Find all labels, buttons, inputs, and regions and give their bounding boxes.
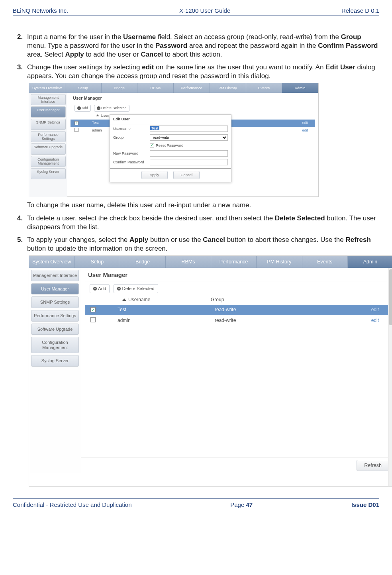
table-header: Username Group: [85, 295, 389, 305]
table-row[interactable]: ✓ Test read-write edit: [85, 305, 389, 315]
sidebar-item-sw-upgrade[interactable]: Software Upgrade: [31, 143, 66, 155]
row-checkbox[interactable]: ✓: [74, 121, 78, 125]
doc-footer-right: Issue D01: [351, 501, 379, 508]
sidebar-item-syslog[interactable]: Syslog Server: [31, 355, 79, 367]
edit-link[interactable]: edit: [302, 121, 308, 125]
panel-footer: Refresh: [81, 457, 392, 473]
cancel-button[interactable]: Cancel: [173, 171, 200, 179]
sidebar-item-mgmt-interface[interactable]: Management Interface: [31, 94, 66, 105]
tab-performance[interactable]: Performance: [174, 83, 210, 93]
edit-user-screenshot: System Overview Setup Bridge RBMs Perfor…: [29, 83, 319, 197]
sidebar-item-user-manager[interactable]: User Manager: [31, 283, 79, 295]
tab-bridge[interactable]: Bridge: [120, 256, 166, 268]
tab-system-overview[interactable]: System Overview: [29, 83, 65, 93]
step-3: Change the user settings by selecting ed…: [25, 63, 379, 210]
step-5: To apply your changes, select the Apply …: [25, 235, 379, 487]
plus-icon: [93, 287, 97, 290]
apply-button[interactable]: Apply: [141, 171, 168, 179]
new-password-field[interactable]: [150, 150, 228, 157]
edit-link[interactable]: edit: [371, 318, 379, 323]
confirm-password-field[interactable]: [150, 159, 228, 165]
user-manager-screenshot: System Overview Setup Bridge RBMs Perfor…: [29, 255, 392, 487]
sidebar-item-sw-upgrade[interactable]: Software Upgrade: [31, 324, 79, 335]
row-checkbox[interactable]: [90, 317, 96, 322]
plus-icon: [77, 106, 81, 110]
sort-asc-icon: [122, 298, 126, 301]
sort-asc-icon: [96, 114, 99, 116]
doc-header-left: BLiNQ Networks Inc.: [13, 7, 68, 14]
sidebar-item-mgmt-interface[interactable]: Management Interface: [31, 270, 79, 281]
doc-footer-center: Page 47: [230, 501, 253, 508]
top-nav: System Overview Setup Bridge RBMs Perfor…: [29, 256, 392, 268]
doc-footer-left: Confidential - Restricted Use and Duplic…: [13, 501, 131, 508]
sidebar-item-snmp[interactable]: SNMP Settings: [31, 296, 79, 308]
scroll-thumb[interactable]: [389, 269, 392, 325]
delete-selected-button[interactable]: Delete Selected: [114, 284, 158, 293]
table-row[interactable]: admin read-write edit: [85, 315, 389, 326]
tab-system-overview[interactable]: System Overview: [29, 256, 74, 268]
sidebar-item-snmp[interactable]: SNMP Settings: [31, 119, 66, 130]
edit-user-dialog: Edit User UsernameTest Groupread-write ✓…: [110, 114, 231, 182]
tab-admin[interactable]: Admin: [348, 256, 392, 268]
sidebar-item-config-mgmt[interactable]: Configuration Management: [31, 337, 79, 353]
tab-setup[interactable]: Setup: [74, 256, 120, 268]
doc-header-center: X-1200 User Guide: [179, 7, 230, 14]
panel-title: User Manager: [85, 268, 389, 282]
doc-header-right: Release D 0.1: [341, 7, 379, 14]
tab-pm-history[interactable]: PM History: [257, 256, 302, 268]
group-label: Group: [113, 135, 150, 140]
minus-icon: [97, 106, 100, 110]
add-button[interactable]: Add: [74, 105, 91, 112]
sidebar: Management Interface User Manager SNMP S…: [29, 268, 81, 473]
step-2: Input a name for the user in the Usernam…: [25, 33, 379, 59]
tab-performance[interactable]: Performance: [211, 256, 257, 268]
username-label: Username: [113, 126, 150, 131]
scrollbar[interactable]: [388, 268, 392, 486]
refresh-button[interactable]: Refresh: [357, 460, 389, 471]
tab-rbms[interactable]: RBMs: [137, 83, 174, 93]
panel-title: User Manager: [71, 93, 315, 103]
tab-admin[interactable]: Admin: [282, 83, 318, 93]
edit-link[interactable]: edit: [302, 128, 308, 132]
row-checkbox[interactable]: [74, 128, 78, 132]
tab-pm-history[interactable]: PM History: [210, 83, 246, 93]
sidebar-item-user-manager[interactable]: User Manager: [31, 106, 66, 118]
doc-footer: Confidential - Restricted Use and Duplic…: [13, 498, 379, 508]
row-checkbox[interactable]: ✓: [90, 307, 96, 312]
doc-header: BLiNQ Networks Inc. X-1200 User Guide Re…: [13, 7, 379, 16]
tab-bridge[interactable]: Bridge: [102, 83, 138, 93]
sidebar: Management Interface User Manager SNMP S…: [29, 93, 67, 197]
tab-events[interactable]: Events: [246, 83, 282, 93]
new-password-label: New Password: [113, 151, 150, 156]
tab-setup[interactable]: Setup: [65, 83, 102, 93]
reset-password-label: Reset Password: [156, 143, 183, 148]
sidebar-item-syslog[interactable]: Syslog Server: [31, 168, 66, 179]
tab-rbms[interactable]: RBMs: [166, 256, 211, 268]
tab-events[interactable]: Events: [302, 256, 348, 268]
username-field[interactable]: Test: [150, 126, 159, 130]
sidebar-item-config-mgmt[interactable]: Configuration Management: [31, 156, 66, 167]
dialog-title: Edit User: [110, 115, 231, 124]
edit-link[interactable]: edit: [371, 307, 379, 312]
group-select[interactable]: read-write: [150, 134, 228, 141]
minus-icon: [117, 287, 121, 290]
sidebar-item-perf-settings[interactable]: Performance Settings: [31, 310, 79, 322]
add-button[interactable]: Add: [90, 284, 110, 293]
confirm-password-label: Confirm Password: [113, 160, 150, 165]
delete-selected-button[interactable]: Delete Selected: [94, 105, 129, 112]
reset-password-checkbox[interactable]: ✓: [150, 143, 154, 147]
step-3-note: To change the user name, delete this use…: [27, 201, 379, 210]
sidebar-item-perf-settings[interactable]: Performance Settings: [31, 131, 66, 142]
top-nav: System Overview Setup Bridge RBMs Perfor…: [29, 83, 318, 93]
steps-list: Input a name for the user in the Usernam…: [13, 33, 379, 487]
step-4: To delete a user, select the check box b…: [25, 214, 379, 232]
